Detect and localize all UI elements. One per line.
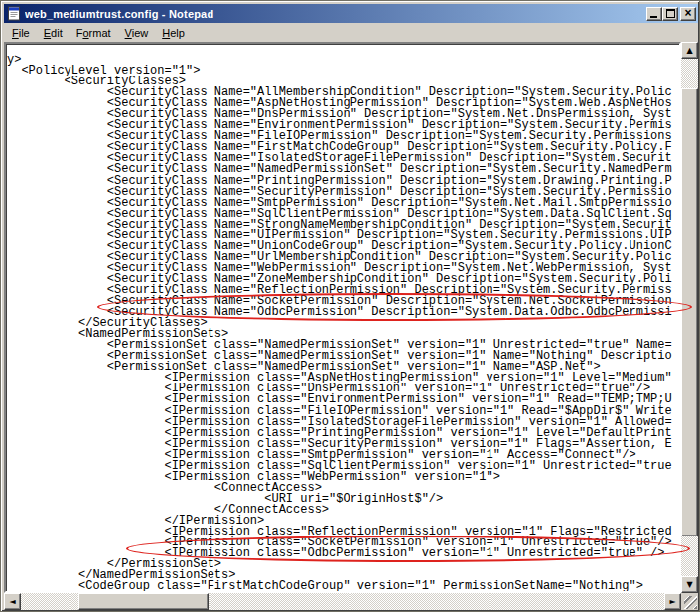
menu-item-file[interactable]: File [5, 25, 37, 41]
notepad-window: web_mediumtrust.config - Notepad × FileE… [0, 0, 700, 612]
down-arrow-icon: ▼ [686, 581, 692, 589]
menubar: FileEditFormatViewHelp [4, 23, 698, 42]
menu-item-view[interactable]: View [118, 25, 156, 41]
titlebar-buttons: × [646, 7, 696, 21]
scroll-down-button[interactable]: ▼ [681, 576, 698, 593]
scrollbar-corner [681, 593, 698, 610]
maximize-button[interactable] [662, 7, 678, 21]
left-arrow-icon: ◄ [9, 598, 15, 606]
text-line: <CodeGroup class="FirstMatchCodeGroup" v… [7, 581, 679, 592]
close-icon: × [684, 8, 691, 18]
editor-area[interactable]: y> <PolicyLevel version="1"> <SecurityCl… [4, 42, 681, 593]
close-button[interactable]: × [680, 7, 696, 21]
titlebar[interactable]: web_mediumtrust.config - Notepad × [4, 4, 698, 23]
scroll-left-button[interactable]: ◄ [4, 593, 21, 610]
maximize-icon [666, 9, 675, 18]
scroll-up-button[interactable]: ▲ [681, 42, 698, 59]
vertical-scroll-track[interactable] [681, 59, 698, 576]
menu-item-edit[interactable]: Edit [37, 25, 70, 41]
vertical-scrollbar: ▲ ▼ [681, 42, 698, 593]
horizontal-scrollbar: ◄ ► [4, 593, 681, 610]
horizontal-scroll-track[interactable] [21, 593, 664, 610]
notepad-icon [7, 6, 22, 21]
menu-item-help[interactable]: Help [155, 25, 192, 41]
vertical-scroll-thumb[interactable] [681, 88, 698, 536]
minimize-button[interactable] [646, 7, 662, 21]
window-title: web_mediumtrust.config - Notepad [25, 8, 646, 20]
up-arrow-icon: ▲ [686, 47, 692, 55]
horizontal-scroll-thumb[interactable] [78, 593, 209, 610]
scroll-right-button[interactable]: ► [664, 593, 681, 610]
resize-grip-icon[interactable] [684, 596, 697, 609]
right-arrow-icon: ► [669, 598, 675, 606]
menu-item-format[interactable]: Format [70, 25, 118, 41]
minimize-icon [650, 16, 657, 18]
editor-text: y> <PolicyLevel version="1"> <SecurityCl… [6, 44, 679, 592]
